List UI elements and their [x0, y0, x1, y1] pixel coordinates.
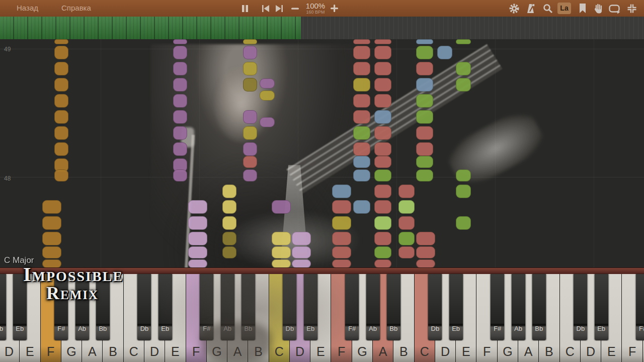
falling-note: [54, 62, 68, 75]
synthesia-window: Назад Справка 100% 160 BPM: [0, 0, 644, 362]
falling-note: [353, 200, 370, 214]
hand-pan-icon[interactable]: [593, 3, 604, 14]
black-key-bb-12[interactable]: Bb: [242, 274, 255, 340]
black-key-eb-22[interactable]: Eb: [449, 274, 463, 340]
falling-note: [173, 78, 187, 92]
back-button[interactable]: Назад: [17, 4, 38, 12]
black-key-eb-29[interactable]: Eb: [595, 274, 608, 340]
falling-note: [272, 259, 291, 267]
falling-note: [188, 259, 207, 267]
falling-note: [173, 169, 187, 182]
falling-note: [353, 156, 370, 168]
black-key-db-0[interactable]: Db: [0, 274, 6, 340]
black-key-label: Db: [283, 325, 296, 332]
falling-note: [374, 78, 391, 92]
skip-to-start-icon[interactable]: [261, 4, 271, 13]
falling-note: [416, 142, 433, 156]
zoom-in-plus-icon[interactable]: [330, 4, 339, 13]
black-key-bb-19[interactable]: Bb: [387, 274, 400, 340]
black-key-label: Bb: [387, 325, 400, 332]
white-key-label: E: [20, 344, 40, 359]
black-key-bb-26[interactable]: Bb: [532, 274, 546, 340]
black-key-fs-10[interactable]: F#: [200, 274, 213, 340]
white-key-label: F: [41, 344, 61, 359]
black-key-label: Ab: [75, 325, 89, 332]
falling-note: [398, 232, 415, 245]
white-key-label: G: [352, 344, 372, 359]
song-progress-bar[interactable]: 1:08.1 2:26.6: [0, 17, 644, 39]
black-key-label: Eb: [595, 325, 608, 332]
falling-note: [353, 126, 370, 140]
white-key-label: E: [165, 344, 185, 359]
skip-to-end-icon[interactable]: [274, 4, 284, 13]
falling-note: [456, 39, 471, 44]
black-key-db-28[interactable]: Db: [574, 274, 587, 340]
black-key-label: Ab: [512, 325, 525, 332]
black-key-label: Db: [137, 325, 151, 332]
measure-hline: [0, 49, 644, 49]
falling-note: [222, 185, 236, 198]
falling-note: [416, 39, 433, 44]
collapse-view-icon[interactable]: [626, 3, 637, 14]
zoom-out-minus-icon[interactable]: [291, 7, 299, 10]
falling-note: [416, 169, 433, 182]
metronome-icon[interactable]: [525, 3, 536, 14]
white-key-label: D: [290, 344, 310, 359]
black-key-eb-8[interactable]: Eb: [158, 274, 172, 340]
falling-note: [374, 200, 391, 214]
falling-note: [374, 216, 391, 230]
falling-note: [416, 246, 435, 258]
pause-icon[interactable]: [240, 4, 250, 13]
magnifier-icon[interactable]: [542, 3, 553, 14]
falling-note: [416, 110, 433, 124]
falling-note: [243, 126, 257, 140]
falling-note: [292, 259, 311, 267]
falling-note: [353, 39, 370, 44]
white-key-label: A: [373, 344, 393, 359]
falling-note: [54, 39, 68, 44]
black-key-label: Db: [428, 325, 442, 332]
bookmark-icon[interactable]: [578, 3, 588, 14]
black-key-label: Eb: [449, 325, 463, 332]
white-key-label: E: [456, 344, 476, 359]
falling-note: [353, 46, 370, 59]
falling-note: [398, 216, 415, 230]
black-key-fs-31[interactable]: F#: [636, 274, 644, 340]
white-key-label: A: [518, 344, 538, 359]
help-button[interactable]: Справка: [61, 4, 91, 12]
black-key-db-14[interactable]: Db: [283, 274, 296, 340]
falling-note: [416, 78, 433, 92]
measure-vline: [101, 39, 101, 267]
falling-note: [416, 94, 433, 108]
black-key-fs-17[interactable]: F#: [345, 274, 359, 340]
falling-note: [374, 46, 391, 59]
progress-fill: [0, 17, 301, 39]
white-key-label: D: [0, 344, 19, 359]
falling-note: [188, 232, 207, 245]
black-key-db-21[interactable]: Db: [428, 274, 442, 340]
black-key-label: Eb: [304, 325, 317, 332]
black-key-db-7[interactable]: Db: [137, 274, 151, 340]
black-key-eb-15[interactable]: Eb: [304, 274, 317, 340]
white-key-label: G: [498, 344, 518, 359]
falling-note: [398, 185, 415, 198]
black-key-ab-11[interactable]: Ab: [221, 274, 234, 340]
falling-note: [332, 185, 351, 198]
falling-note: [416, 156, 433, 168]
tempo-value: 160 BPM: [304, 10, 327, 15]
black-key-ab-18[interactable]: Ab: [366, 274, 380, 340]
falling-note: [222, 246, 236, 258]
black-key-label: F#: [636, 325, 644, 332]
black-key-ab-25[interactable]: Ab: [512, 274, 525, 340]
falling-note: [243, 110, 257, 124]
black-key-label: F#: [345, 325, 359, 332]
falling-note: [260, 117, 275, 127]
zoom-tempo-display: 100% 160 BPM: [304, 2, 327, 15]
loop-icon[interactable]: [608, 3, 620, 14]
settings-gear-icon[interactable]: [509, 3, 520, 14]
falling-note: [292, 246, 311, 258]
falling-note: [374, 94, 391, 108]
note-names-toggle[interactable]: La: [557, 3, 571, 14]
black-key-fs-24[interactable]: F#: [491, 274, 504, 340]
watermark-line2: Remix: [46, 283, 99, 304]
